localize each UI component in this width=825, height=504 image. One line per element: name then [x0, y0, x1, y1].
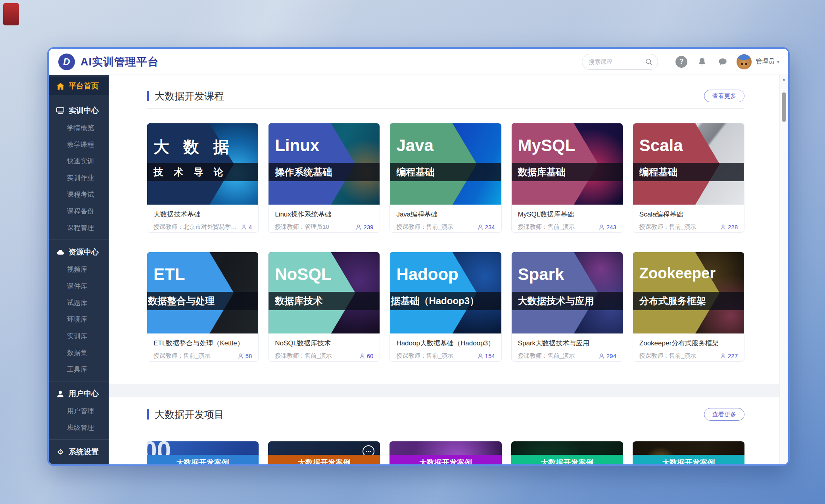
- cover-subtitle: 操作系统基础: [275, 163, 332, 181]
- course-card[interactable]: MySQL 数据库基础 MySQL数据库基础 授课教师：售前_演示: [511, 123, 623, 233]
- course-cover: NoSQL 数据库技术: [269, 252, 380, 333]
- course-card[interactable]: Linux 操作系统基础 Linux操作系统基础 授课教师：管理员10: [268, 123, 380, 233]
- view-more-courses-button[interactable]: 查看更多: [704, 90, 744, 102]
- course-cover: Hadoop 据基础（Hadoop3）: [390, 252, 501, 333]
- gear-icon: ⚙: [56, 448, 65, 456]
- course-cover: ETL 数据整合与处理: [147, 252, 258, 333]
- scroll-up-arrow[interactable]: ▲: [780, 77, 788, 81]
- course-card[interactable]: Spark 大数据技术与应用 Spark大数据技术与应用 授课教师：售前_演示: [511, 252, 623, 362]
- students-count: 227: [720, 353, 738, 359]
- sidebar-item[interactable]: 视频库: [49, 261, 109, 278]
- sidebar-item-label: 平台首页: [69, 81, 99, 91]
- project-card[interactable]: 大数据开发案例: [389, 441, 501, 464]
- project-card[interactable]: 大数据开发案例: [511, 441, 623, 464]
- course-card[interactable]: 大 数 据 技 术 导 论 大数据技术基础 授课教师：北京市对外贸易学校教...: [147, 123, 259, 233]
- project-card[interactable]: 大数据开发案例: [633, 441, 744, 464]
- monitor-icon: [56, 107, 65, 114]
- course-name: Scala编程基础: [639, 210, 738, 219]
- search-box[interactable]: [582, 54, 658, 70]
- search-icon[interactable]: [645, 58, 653, 66]
- sidebar: 平台首页 实训中心 学情概览 教学课程 快速实训 实训作业 课程考试 课程备份 …: [49, 75, 109, 464]
- sidebar-item[interactable]: 教学课程: [49, 136, 109, 153]
- course-card[interactable]: Hadoop 据基础（Hadoop3） Hadoop大数据基础（Hadoop3）…: [389, 252, 501, 362]
- cover-subtitle: 数据库技术: [275, 292, 322, 310]
- sidebar-item[interactable]: 环境库: [49, 311, 109, 328]
- cover-title: MySQL: [518, 136, 576, 155]
- course-card[interactable]: Scala 编程基础 Scala编程基础 授课教师：售前_演示: [633, 123, 744, 233]
- sidebar-item[interactable]: 实训作业: [49, 170, 109, 186]
- sidebar-group-training-center[interactable]: 实训中心: [49, 102, 109, 120]
- sidebar-divider: [49, 381, 109, 381]
- sidebar-item[interactable]: 课程考试: [49, 186, 109, 203]
- course-name: 大数据技术基础: [153, 210, 252, 219]
- course-card[interactable]: ETL 数据整合与处理 ETL数据整合与处理（Kettle） 授课教师：售前_演…: [147, 252, 259, 362]
- cover-title: ETL: [153, 265, 185, 284]
- course-card[interactable]: NoSQL 数据库技术 NoSQL数据库技术 授课教师：售前_演示: [268, 252, 380, 362]
- person-icon: [720, 224, 726, 230]
- cover-subtitle: 数据库基础: [518, 163, 566, 181]
- course-teacher: 授课教师：管理员10: [275, 223, 329, 231]
- sidebar-divider: [49, 439, 109, 440]
- students-count: 58: [238, 353, 252, 359]
- course-cover: 大 数 据 技 术 导 论: [147, 123, 258, 205]
- course-cover: MySQL 数据库基础: [512, 123, 623, 205]
- sidebar-item[interactable]: 实训库: [49, 328, 109, 345]
- sidebar-item-home[interactable]: 平台首页: [49, 77, 109, 95]
- students-count: 154: [478, 353, 495, 359]
- person-icon: [241, 224, 247, 230]
- scrollbar-track[interactable]: ▲: [779, 75, 788, 464]
- view-more-projects-button[interactable]: 查看更多: [704, 408, 744, 421]
- app-title: AI实训管理平台: [81, 55, 159, 69]
- sidebar-item[interactable]: 课程管理: [49, 220, 109, 236]
- sidebar-item[interactable]: 课件库: [49, 278, 109, 295]
- sidebar-item[interactable]: 用户管理: [49, 403, 109, 420]
- sidebar-item[interactable]: 课程备份: [49, 203, 109, 220]
- sidebar-divider: [49, 240, 109, 240]
- sidebar-item[interactable]: 数据集: [49, 345, 109, 361]
- sidebar-item[interactable]: 工具库: [49, 361, 109, 378]
- cover-title: Zookeeper: [639, 265, 716, 282]
- messages-chat-icon[interactable]: [716, 55, 729, 69]
- cover-subtitle: 数据整合与处理: [148, 292, 215, 310]
- students-count: 294: [599, 353, 616, 359]
- section-divider: [147, 108, 744, 109]
- sidebar-item[interactable]: 快速实训: [49, 153, 109, 170]
- cover-subtitle: 大数据技术与应用: [518, 292, 594, 310]
- person-icon: [478, 224, 483, 230]
- project-card[interactable]: 00 大数据开发案例: [147, 441, 259, 464]
- notifications-bell-icon[interactable]: [695, 55, 709, 69]
- cover-title: Linux: [275, 136, 319, 155]
- course-name: Hadoop大数据基础（Hadoop3）: [396, 339, 495, 348]
- help-icon[interactable]: ?: [675, 55, 688, 69]
- sidebar-item[interactable]: 班级管理: [49, 420, 109, 436]
- cover-subtitle: 据基础（Hadoop3）: [391, 292, 479, 310]
- course-cover: Spark 大数据技术与应用: [512, 252, 623, 333]
- person-icon: [720, 353, 726, 359]
- sidebar-item[interactable]: 学情概览: [49, 120, 109, 136]
- chevron-down-icon: ▾: [777, 59, 779, 65]
- projects-grid: 00 大数据开发案例 ••• 大数据开发案例 大数据开发案例 大数据开发案例: [147, 441, 744, 464]
- user-menu[interactable]: 管理员 ▾: [737, 54, 779, 69]
- course-teacher: 授课教师：售前_演示: [518, 223, 575, 231]
- cover-title: Scala: [639, 136, 683, 155]
- person-icon: [359, 353, 365, 359]
- project-card[interactable]: ••• 大数据开发案例: [268, 441, 380, 464]
- scrollbar-thumb[interactable]: [782, 92, 786, 122]
- sidebar-group-user-center[interactable]: 用户中心: [49, 385, 109, 403]
- course-card[interactable]: Zookeeper 分布式服务框架 Zookeeper分布式服务框架 授课教师：…: [633, 252, 744, 362]
- search-input[interactable]: [589, 58, 645, 65]
- course-teacher: 授课教师：售前_演示: [396, 352, 453, 360]
- main-content: 大数据开发课程 查看更多 大 数 据 技 术 导 论: [109, 75, 788, 464]
- course-teacher: 授课教师：售前_演示: [153, 352, 210, 360]
- section-accent-bar: [147, 91, 149, 101]
- course-card[interactable]: Java 编程基础 Java编程基础 授课教师：售前_演示: [389, 123, 501, 233]
- course-name: ETL数据整合与处理（Kettle）: [153, 339, 252, 348]
- course-cover: Java 编程基础: [390, 123, 501, 205]
- students-count: 243: [599, 224, 616, 230]
- course-teacher: 授课教师：售前_演示: [639, 223, 696, 231]
- course-name: Spark大数据技术与应用: [518, 339, 616, 348]
- sidebar-item-settings[interactable]: ⚙ 系统设置: [49, 443, 109, 461]
- cover-subtitle: 技 术 导 论: [153, 163, 227, 181]
- sidebar-item[interactable]: 试题库: [49, 295, 109, 311]
- sidebar-group-resource-center[interactable]: 资源中心: [49, 243, 109, 261]
